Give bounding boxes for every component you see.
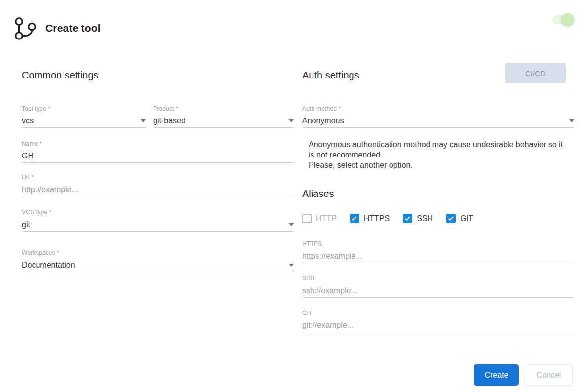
- alias-checkbox-https[interactable]: HTTPS: [350, 214, 390, 223]
- check-icon: [405, 215, 410, 221]
- checkbox-icon[interactable]: [446, 214, 456, 223]
- check-icon: [448, 215, 454, 221]
- alias-checkbox-ssh[interactable]: SSH: [403, 214, 433, 223]
- chevron-down-icon: [289, 264, 294, 267]
- page-title: Create tool: [45, 22, 101, 34]
- auth-method-select[interactable]: Anonymous: [302, 115, 574, 128]
- auth-method-field: Auth method * Anonymous: [302, 105, 574, 128]
- tool-type-field: Tool type * vcs: [22, 105, 146, 128]
- product-select[interactable]: git-based: [153, 115, 294, 128]
- chevron-down-icon: [289, 119, 294, 122]
- git-alias-label: GIT: [302, 310, 574, 316]
- git-branch-icon: [13, 16, 38, 41]
- https-alias-input[interactable]: [302, 252, 574, 261]
- checkbox-icon[interactable]: [403, 214, 412, 223]
- auth-method-label: Auth method *: [302, 105, 574, 112]
- create-tool-dialog: Create tool Common settings Tool type * …: [0, 0, 586, 392]
- header-toggle-switch[interactable]: [552, 15, 574, 24]
- cicd-button[interactable]: CI/CD: [505, 63, 566, 83]
- create-button[interactable]: Create: [474, 364, 519, 386]
- name-field: Name *: [22, 140, 294, 163]
- alias-checkbox-git[interactable]: GIT: [446, 214, 473, 223]
- workspaces-select[interactable]: Documentation: [22, 259, 294, 272]
- product-field: Product * git-based: [153, 105, 294, 128]
- ssh-alias-label: SSH: [302, 275, 574, 282]
- name-input[interactable]: [22, 152, 294, 160]
- url-field: Url *: [22, 174, 294, 196]
- chevron-down-icon: [141, 119, 146, 122]
- workspaces-label: Workspaces *: [22, 249, 294, 256]
- name-label: Name *: [22, 140, 294, 147]
- cancel-button[interactable]: Cancel: [525, 364, 573, 386]
- toggle-knob[interactable]: [561, 13, 574, 26]
- checkbox-icon[interactable]: [302, 214, 312, 223]
- vcs-type-select[interactable]: git: [22, 219, 294, 232]
- git-alias-field: GIT: [302, 310, 574, 332]
- https-alias-field: HTTPS: [302, 240, 574, 263]
- check-icon: [352, 215, 357, 221]
- url-input[interactable]: [22, 185, 294, 194]
- alias-checkbox-row: HTTP HTTPS SSH GIT: [302, 214, 473, 223]
- chevron-down-icon: [569, 119, 574, 122]
- common-settings-heading: Common settings: [22, 70, 99, 81]
- product-label: Product *: [153, 105, 294, 112]
- vcs-type-label: VCS type *: [22, 209, 294, 216]
- url-label: Url *: [22, 174, 294, 181]
- alias-checkbox-http[interactable]: HTTP: [302, 214, 337, 223]
- checkbox-icon[interactable]: [350, 214, 359, 223]
- tool-type-label: Tool type *: [22, 105, 146, 112]
- vcs-type-field: VCS type * git: [22, 209, 294, 232]
- tool-type-select[interactable]: vcs: [22, 115, 146, 128]
- https-alias-label: HTTPS: [302, 240, 574, 247]
- git-alias-input[interactable]: [302, 321, 574, 330]
- aliases-heading: Aliases: [302, 188, 334, 199]
- workspaces-field: Workspaces * Documentation: [22, 249, 294, 272]
- auth-settings-heading: Auth settings: [302, 70, 359, 81]
- chevron-down-icon: [289, 223, 294, 226]
- ssh-alias-input[interactable]: [302, 286, 574, 295]
- ssh-alias-field: SSH: [302, 275, 574, 298]
- auth-warning-text: Anonymous authentication method may caus…: [309, 139, 565, 170]
